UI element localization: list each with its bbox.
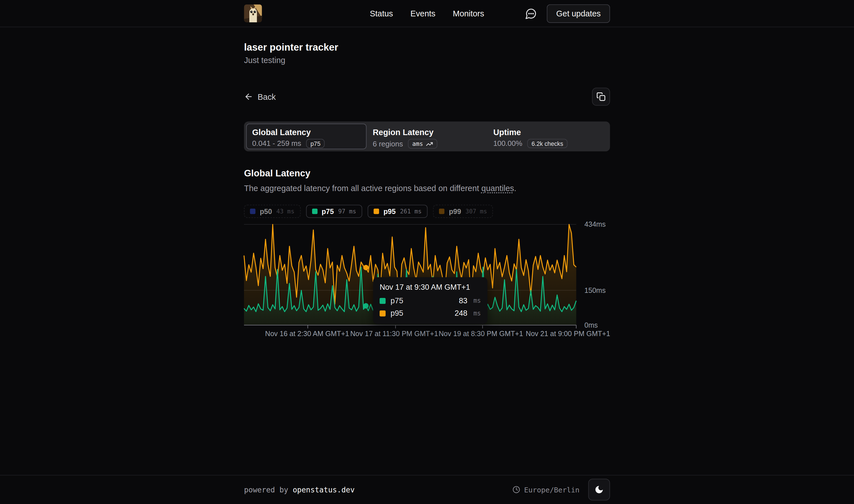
openstatus-link[interactable]: openstatus.dev — [293, 485, 355, 494]
tab-value: 100.00% — [493, 139, 522, 147]
nav-link-events[interactable]: Events — [411, 9, 435, 18]
copy-link-button[interactable] — [592, 88, 610, 106]
main-content: laser pointer tracker Just testing Back — [0, 27, 854, 474]
chart-tooltip: Nov 17 at 9:30 AM GMT+1 p75 83 ms p95 24… — [373, 277, 488, 324]
tab-value: 6 regions — [373, 140, 403, 148]
get-updates-button[interactable]: Get updates — [547, 4, 610, 23]
back-button[interactable]: Back — [244, 92, 276, 102]
section-title: Global Latency — [244, 168, 610, 179]
theme-toggle-button[interactable] — [588, 479, 610, 501]
p75-swatch — [312, 209, 317, 214]
metric-tabs: Global Latency 0.041 - 259 ms p75 Region… — [244, 122, 610, 151]
tab-value: 0.041 - 259 ms — [252, 139, 301, 147]
site-logo[interactable] — [244, 4, 262, 22]
legend-chip-p75[interactable]: p75 97 ms — [306, 205, 362, 218]
y-axis-labels: 434ms 150ms 0ms — [576, 222, 610, 328]
page-header: laser pointer tracker Just testing — [244, 27, 610, 67]
quantile-badge: p75 — [306, 139, 325, 148]
x-tick-label: Nov 16 at 2:30 AM GMT+1 — [265, 329, 349, 338]
x-axis-labels: Nov 16 at 2:30 AM GMT+1 Nov 17 at 11:30 … — [244, 329, 576, 341]
status-page: Status Events Monitors Get updates — [0, 0, 854, 504]
top-nav: Status Events Monitors Get updates — [0, 0, 854, 27]
y-tick-label: 150ms — [584, 286, 605, 294]
quantiles-link[interactable]: quantiles — [481, 183, 514, 193]
moon-icon — [594, 485, 604, 495]
latency-chart[interactable]: 434ms 150ms 0ms Nov 16 at 2:30 AM GMT+1 … — [244, 222, 610, 340]
page-footer: powered by openstatus.dev Europe/Berlin — [0, 474, 854, 504]
powered-by: powered by openstatus.dev — [244, 485, 355, 494]
region-badge: ams — [408, 139, 437, 149]
feedback-chat-icon[interactable] — [525, 7, 537, 19]
section-description: The aggregated latency from all active r… — [244, 182, 610, 194]
tooltip-row-p95: p95 248 ms — [380, 309, 481, 318]
tab-region-latency[interactable]: Region Latency 6 regions ams — [367, 124, 487, 149]
p99-swatch — [439, 209, 444, 214]
x-tick-label: Nov 21 at 9:00 PM GMT+1 — [526, 329, 610, 338]
nav-link-monitors[interactable]: Monitors — [453, 9, 484, 18]
tooltip-row-p75: p75 83 ms — [380, 296, 481, 305]
legend-chip-p50[interactable]: p50 43 ms — [244, 205, 300, 218]
checks-badge: 6.2k checks — [527, 139, 568, 148]
x-tick-label: Nov 19 at 8:30 PM GMT+1 — [439, 329, 523, 338]
y-tick-label: 0ms — [584, 321, 598, 329]
tab-title: Global Latency — [252, 127, 361, 138]
back-label: Back — [257, 92, 276, 102]
tab-title: Region Latency — [373, 127, 481, 138]
p75-swatch — [380, 298, 386, 304]
copy-icon — [597, 92, 606, 102]
y-tick-label: 434ms — [584, 220, 605, 229]
x-tick-label: Nov 17 at 11:30 PM GMT+1 — [350, 329, 438, 338]
trending-up-icon — [426, 140, 433, 147]
clock-icon — [512, 486, 520, 493]
nav-link-status[interactable]: Status — [370, 9, 393, 18]
page-subtitle: Just testing — [244, 55, 610, 67]
tab-title: Uptime — [493, 127, 602, 138]
tooltip-title: Nov 17 at 9:30 AM GMT+1 — [380, 283, 481, 291]
nav-links: Status Events Monitors — [370, 0, 484, 26]
page-title: laser pointer tracker — [244, 41, 610, 54]
tab-uptime[interactable]: Uptime 100.00% 6.2k checks — [487, 124, 608, 149]
cat-logo-image — [244, 4, 262, 22]
tab-global-latency[interactable]: Global Latency 0.041 - 259 ms p75 — [246, 124, 367, 149]
chart-legend: p50 43 ms p75 97 ms p95 261 ms p99 307 m… — [244, 205, 610, 218]
p95-swatch — [380, 310, 386, 316]
p95-swatch — [374, 209, 379, 214]
p50-swatch — [250, 209, 255, 214]
arrow-left-icon — [244, 92, 253, 102]
timezone: Europe/Berlin — [512, 486, 579, 494]
legend-chip-p95[interactable]: p95 261 ms — [368, 205, 428, 218]
legend-chip-p99[interactable]: p99 307 ms — [433, 205, 493, 218]
